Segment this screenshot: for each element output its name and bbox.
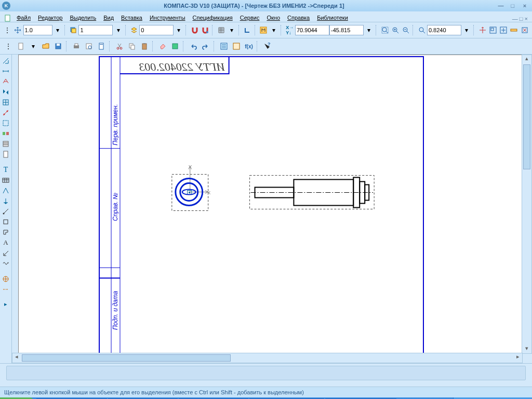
layer-btn-icon[interactable] xyxy=(69,24,78,36)
doc-maximize-button[interactable]: □ xyxy=(520,16,523,22)
zoom-fit-icon[interactable] xyxy=(380,24,390,36)
save-icon[interactable] xyxy=(52,41,64,52)
menu-help[interactable]: Справка xyxy=(284,14,313,22)
lt-wave-icon[interactable] xyxy=(1,259,10,268)
menu-tools[interactable]: Инструменты xyxy=(147,14,189,22)
tree-icon[interactable] xyxy=(218,41,230,52)
svg-rect-19 xyxy=(75,44,78,46)
menu-spec[interactable]: Спецификация xyxy=(190,14,236,22)
app-logo-icon: K xyxy=(2,2,10,10)
svg-rect-2 xyxy=(72,29,76,33)
arrows-icon[interactable] xyxy=(13,24,22,36)
cut-icon[interactable] xyxy=(114,41,125,52)
open-icon[interactable] xyxy=(40,41,51,52)
eraser-icon[interactable] xyxy=(157,41,168,52)
property-bar-inset[interactable] xyxy=(6,366,526,380)
lt-base-icon[interactable] xyxy=(1,196,10,206)
lt-geom-icon[interactable] xyxy=(1,56,10,65)
zoom-icon[interactable] xyxy=(417,24,427,36)
lt-measure-icon[interactable] xyxy=(1,108,10,117)
zoom-input[interactable] xyxy=(427,25,461,35)
maximize-button[interactable]: □ xyxy=(509,3,517,9)
minimize-button[interactable]: — xyxy=(497,3,505,9)
property-bar xyxy=(0,363,532,387)
props-icon[interactable] xyxy=(169,41,181,52)
dropdown-grid-icon[interactable]: ▾ xyxy=(227,24,236,36)
lt-table-icon[interactable] xyxy=(1,176,10,185)
layers-icon[interactable] xyxy=(129,24,139,36)
lock-icon[interactable]: ▾ xyxy=(364,24,374,36)
drawing-canvas[interactable]: ИГТУ 220402.003 Перв. примен. Справ. № П… xyxy=(18,55,523,354)
scale1-input[interactable] xyxy=(23,25,52,35)
menu-select[interactable]: Выделить xyxy=(66,14,99,22)
grid-icon[interactable] xyxy=(217,24,226,36)
copy-icon[interactable] xyxy=(126,41,138,52)
ortho-icon[interactable] xyxy=(243,24,252,36)
lt-param-icon[interactable] xyxy=(1,98,10,107)
redo-icon[interactable] xyxy=(200,41,211,52)
lt-text-icon[interactable] xyxy=(1,77,10,86)
grip2-icon[interactable]: ⋮ xyxy=(3,41,14,52)
close-button[interactable]: × xyxy=(521,3,529,9)
coord-y-input[interactable] xyxy=(329,25,364,35)
lt-mark-icon[interactable] xyxy=(1,217,10,227)
undo-icon[interactable] xyxy=(188,41,199,52)
lt-arrow-icon[interactable] xyxy=(1,248,10,258)
menu-file[interactable]: Файл xyxy=(14,14,34,22)
dropdown-icon[interactable]: ▾ xyxy=(53,24,62,36)
lt-a-icon[interactable]: A xyxy=(1,238,10,247)
page-icon[interactable] xyxy=(96,41,107,52)
menu-editor[interactable]: Редактор xyxy=(35,14,65,22)
doc-minimize-button[interactable]: — xyxy=(512,16,518,22)
scrollbar-vertical[interactable]: ▴ ▾ xyxy=(522,55,532,354)
lt-text2-icon[interactable]: T xyxy=(1,165,10,175)
dropdown-zoom-icon[interactable]: ▾ xyxy=(462,24,471,36)
dropdown-new-icon[interactable]: ▾ xyxy=(28,41,39,52)
lt-edit-icon[interactable] xyxy=(1,87,10,97)
zoom-window-icon[interactable] xyxy=(488,24,498,36)
dropdown4-icon[interactable]: ▾ xyxy=(269,24,278,36)
lt-axis-icon[interactable] xyxy=(1,285,10,294)
menu-libs[interactable]: Библиотеки xyxy=(314,14,351,22)
redraw-icon[interactable] xyxy=(520,24,529,36)
ruler-icon[interactable] xyxy=(509,24,518,36)
zoom-out-icon[interactable] xyxy=(401,24,410,36)
help-icon[interactable]: ? xyxy=(261,41,273,52)
preview-icon[interactable] xyxy=(83,41,95,52)
coord-x-input[interactable] xyxy=(295,25,329,35)
lt-center-icon[interactable] xyxy=(1,274,10,284)
dropdown3-icon[interactable]: ▾ xyxy=(174,24,183,36)
lt-more-icon[interactable]: ▸ xyxy=(1,299,10,309)
menu-view[interactable]: Вид xyxy=(100,14,117,22)
menu-window[interactable]: Окно xyxy=(263,14,283,22)
menu-service[interactable]: Сервис xyxy=(237,14,263,22)
new-icon[interactable] xyxy=(15,41,26,52)
grip-icon[interactable]: ⋮ xyxy=(3,24,12,36)
coord-icon[interactable] xyxy=(259,24,268,36)
layer-input[interactable] xyxy=(139,25,174,35)
scrollbar-horizontal[interactable]: ◂ ▸ xyxy=(12,353,523,363)
lt-stamp-icon[interactable] xyxy=(1,228,10,237)
magnet2-icon[interactable] xyxy=(201,24,210,36)
svg-rect-15 xyxy=(19,43,23,49)
vars-icon[interactable] xyxy=(231,41,242,52)
lt-assoc-icon[interactable] xyxy=(1,129,10,138)
pan-icon[interactable] xyxy=(477,24,487,36)
fx-icon[interactable]: f(x) xyxy=(243,41,255,52)
xy-icon[interactable]: X→Y↓ xyxy=(285,24,295,36)
lt-select-icon[interactable] xyxy=(1,118,10,128)
scale2-input[interactable] xyxy=(78,25,113,35)
lt-line-icon[interactable] xyxy=(1,207,10,216)
lt-spec-icon[interactable] xyxy=(1,139,10,149)
print-icon[interactable] xyxy=(71,41,82,52)
doc-close-button[interactable]: × xyxy=(525,16,528,22)
menu-insert[interactable]: Вставка xyxy=(118,14,145,22)
lt-report-icon[interactable] xyxy=(1,150,10,159)
magnet1-icon[interactable] xyxy=(190,24,200,36)
paste-icon[interactable] xyxy=(139,41,150,52)
dropdown2-icon[interactable]: ▾ xyxy=(113,24,123,36)
zoom-in-icon[interactable] xyxy=(391,24,400,36)
lt-dim-icon[interactable] xyxy=(1,66,10,76)
lt-rough-icon[interactable] xyxy=(1,186,10,195)
zoom-all-icon[interactable] xyxy=(499,24,508,36)
